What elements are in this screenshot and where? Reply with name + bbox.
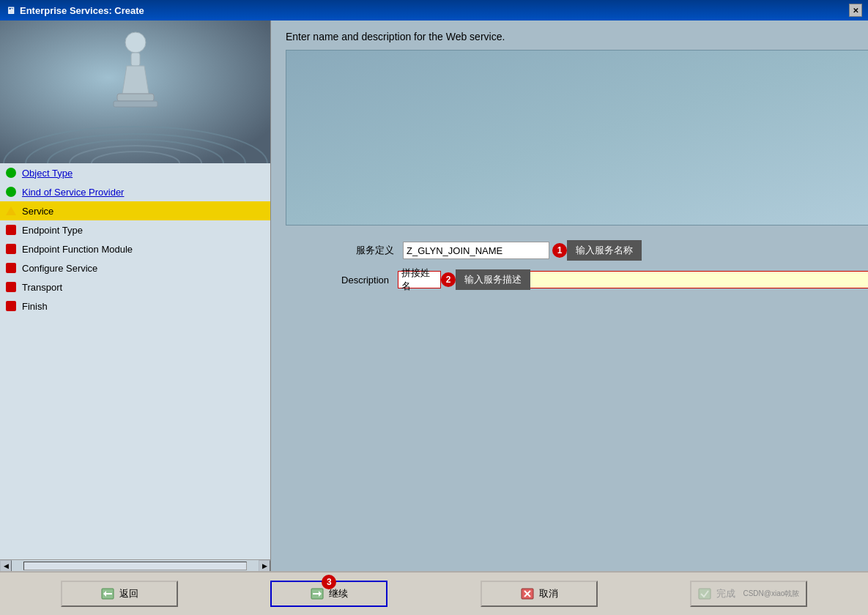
close-button[interactable]: ✕ [849,4,862,17]
annotation-1: 1 输入服务名称 [552,240,642,261]
svg-rect-10 [114,101,157,107]
scroll-right-button[interactable]: ▶ [259,560,270,572]
bottom-toolbar: 返回 3 继续 取消 完成 [0,571,868,615]
cancel-icon [520,586,535,601]
annotation-2: 2 输入服务描述 [441,269,530,290]
finish-label: 完成 [716,587,735,600]
title-bar-title: Enterprise Services: Create [20,5,144,16]
description-row: Description 拼接姓名 2 输入服务描述 [286,269,868,290]
indicator-red-3 [6,263,16,273]
indicator-green-2 [6,187,16,197]
scrollbar-track[interactable] [23,562,247,570]
back-button[interactable]: 返回 [61,581,178,607]
scroll-left-button[interactable]: ◀ [0,560,12,572]
svg-point-6 [125,32,146,53]
title-bar-icon: 🖥 [6,5,15,16]
right-header: Enter name and description for the Web s… [271,20,868,50]
title-bar: 🖥 Enterprise Services: Create ✕ [0,0,868,20]
indicator-red-5 [6,301,16,311]
nav-item-configure-service[interactable]: Configure Service [0,258,270,277]
content-area: Object Type Kind of Service Provider Ser… [0,20,868,571]
finish-icon [697,586,712,601]
tooltip-2: 输入服务描述 [456,269,530,290]
horizontal-scrollbar: ◀ ▶ [0,559,270,571]
badge-2: 2 [441,272,456,287]
left-panel: Object Type Kind of Service Provider Ser… [0,20,271,571]
description-label: Description [286,275,398,286]
nav-item-endpoint-function[interactable]: Endpoint Function Module [0,239,270,258]
nav-label-endpoint-function: Endpoint Function Module [22,244,133,255]
indicator-red-1 [6,225,16,235]
indicator-green-1 [6,168,16,178]
nav-label-transport: Transport [22,282,62,293]
continue-label: 继续 [329,587,348,600]
svg-rect-7 [131,53,140,66]
nav-item-object-type[interactable]: Object Type [0,163,270,182]
cancel-button[interactable]: 取消 [481,581,598,607]
nav-item-transport[interactable]: Transport [0,277,270,297]
nav-label-finish: Finish [22,301,48,312]
nav-item-service[interactable]: Service [0,201,270,220]
nav-label-service: Service [22,206,53,217]
main-container: Object Type Kind of Service Provider Ser… [0,20,868,615]
right-panel: Enter name and description for the Web s… [271,20,868,571]
nav-item-kind-of-service[interactable]: Kind of Service Provider [0,182,270,201]
decorative-image [0,20,270,163]
indicator-red-4 [6,282,16,292]
svg-rect-13 [106,593,112,594]
continue-icon [310,586,324,601]
description-input[interactable] [530,271,868,288]
back-label: 返回 [119,587,138,600]
nav-link-object-type[interactable]: Object Type [22,168,73,179]
back-icon [100,586,115,601]
nav-item-endpoint-type[interactable]: Endpoint Type [0,220,270,239]
nav-list: Object Type Kind of Service Provider Ser… [0,163,270,559]
tooltip-1: 输入服务名称 [567,240,642,261]
decorative-blue-box [286,50,868,225]
continue-button[interactable]: 3 继续 [270,581,387,607]
form-area: 服务定义 1 输入服务名称 Description 拼接姓名 [271,225,868,297]
nav-label-endpoint-type: Endpoint Type [22,225,83,236]
finish-button[interactable]: 完成 CSDN@xiao戟脓 [690,581,807,607]
description-prefix: 拼接姓名 [398,271,441,288]
service-def-input[interactable] [403,242,549,259]
svg-rect-16 [313,593,319,594]
nav-item-finish[interactable]: Finish [0,297,270,316]
nav-label-configure-service: Configure Service [22,263,97,274]
indicator-yellow [6,206,16,215]
service-def-row: 服务定义 1 输入服务名称 [286,240,868,261]
svg-marker-8 [122,66,149,94]
nav-link-kind-of-service[interactable]: Kind of Service Provider [22,187,124,198]
indicator-red-2 [6,244,16,254]
badge-1: 1 [552,243,567,258]
badge-3: 3 [322,575,336,589]
svg-rect-20 [699,589,711,599]
watermark-label: CSDN@xiao戟脓 [743,589,799,599]
cancel-label: 取消 [539,587,558,600]
service-def-label: 服务定义 [286,244,403,257]
svg-rect-9 [117,94,154,101]
header-text: Enter name and description for the Web s… [286,31,505,42]
